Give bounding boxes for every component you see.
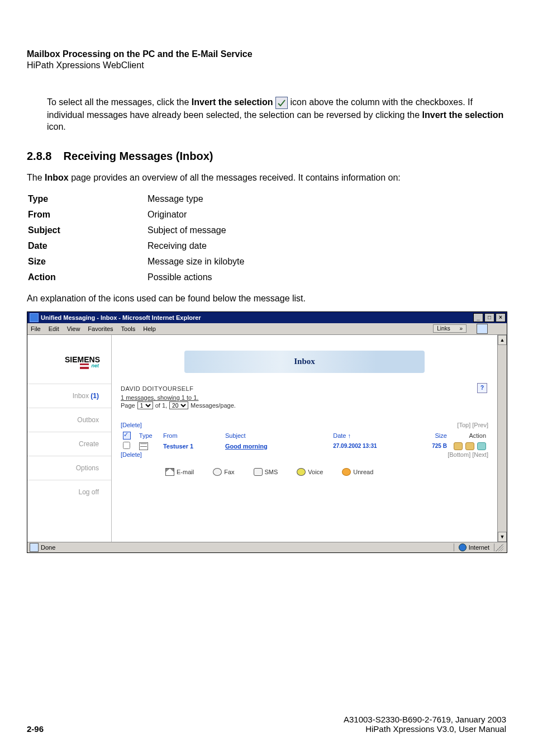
- page-label: Page: [121, 402, 135, 409]
- def-desc: Subject of message: [147, 223, 244, 238]
- menu-view[interactable]: View: [67, 325, 80, 332]
- nav-logoff[interactable]: Log off: [27, 480, 111, 504]
- next-link[interactable]: Next: [474, 451, 487, 458]
- prev-link[interactable]: Prev: [474, 422, 487, 428]
- lead-pre: The: [27, 173, 45, 182]
- intro-bold-2: Invert the selection: [422, 110, 504, 120]
- bottom-link[interactable]: Bottom: [449, 451, 469, 458]
- reply-icon[interactable]: [454, 442, 463, 450]
- help-icon[interactable]: ?: [477, 383, 487, 393]
- page-footer: 2-96 A31003-S2330-B690-2-7619, January 2…: [27, 715, 506, 734]
- inbox-banner: Inbox: [184, 351, 425, 373]
- links-toolbar[interactable]: Links »: [433, 324, 467, 333]
- top-link[interactable]: Top: [459, 422, 469, 428]
- side-nav: SIEMENS net Inbox (1) Outbox Cre: [27, 335, 112, 542]
- logo-suffix: net: [92, 363, 99, 368]
- section-lead: The Inbox page provides an overview of a…: [27, 173, 506, 183]
- row-checkbox[interactable]: [123, 442, 130, 449]
- internet-zone-icon: [459, 544, 467, 551]
- us-flag-icon: [80, 363, 89, 369]
- section-heading: 2.8.8 Receiving Messages (Inbox): [27, 150, 506, 163]
- menu-edit[interactable]: Edit: [49, 325, 59, 332]
- windows-flag-icon: [477, 324, 488, 334]
- menu-tools[interactable]: Tools: [121, 325, 136, 332]
- row-size: 725 B: [422, 441, 449, 451]
- per-page-label: Messages/page.: [191, 402, 236, 409]
- reply-all-icon[interactable]: [465, 442, 474, 450]
- minimize-button[interactable]: _: [473, 313, 483, 322]
- current-user: DAVID DOITYOURSELF: [121, 385, 488, 392]
- row-subject-link[interactable]: Good morning: [225, 443, 268, 450]
- window-title: Unified Messaging - Inbox - Microsoft In…: [41, 314, 201, 321]
- explain-paragraph: An explanation of the icons used can be …: [27, 294, 506, 304]
- status-done: Done: [41, 544, 55, 551]
- section-number: 2.8.8: [27, 150, 60, 163]
- legend-sms-icon: [254, 468, 263, 476]
- nav-create[interactable]: Create: [27, 432, 111, 456]
- row-date: 27.09.2002 13:31: [331, 441, 421, 451]
- table-actions-top: [Delete] [Top] [Prev]: [121, 422, 488, 428]
- def-term: Subject: [28, 223, 146, 238]
- ie-icon: [30, 313, 39, 322]
- delete-link-top[interactable]: Delete: [122, 422, 140, 428]
- def-desc: Receiving date: [147, 239, 244, 253]
- resize-grip-icon[interactable]: [496, 544, 503, 551]
- col-size[interactable]: Size: [422, 431, 449, 441]
- footer-page-number: 2-96: [27, 724, 44, 734]
- status-page-icon: [30, 543, 39, 552]
- status-bar: Done Internet: [27, 542, 507, 552]
- messages-table: Type From Subject Date ↑ Size Action: [121, 431, 488, 451]
- pagination-row: Page 1 of 1, 20 Messages/page.: [121, 401, 488, 409]
- page-select[interactable]: 1: [137, 401, 153, 409]
- sort-asc-icon: ↑: [348, 432, 351, 439]
- col-date[interactable]: Date ↑: [331, 431, 421, 441]
- col-from[interactable]: From: [161, 431, 223, 441]
- nav-inbox[interactable]: Inbox (1): [27, 384, 111, 408]
- def-term: Date: [28, 239, 146, 253]
- page-of: of 1,: [155, 402, 167, 409]
- legend-email-label: E-mail: [177, 469, 194, 475]
- menu-bar: File Edit View Favorites Tools Help Link…: [27, 323, 507, 335]
- scroll-down-button[interactable]: ▼: [498, 532, 507, 542]
- legend-unread-icon: [342, 468, 351, 476]
- legend-unread-label: Unread: [353, 469, 373, 475]
- forward-icon[interactable]: [477, 442, 486, 450]
- row-from: Testuser 1: [161, 441, 223, 451]
- lead-bold: Inbox: [45, 173, 69, 182]
- menu-file[interactable]: File: [31, 325, 41, 332]
- legend-email-icon: [165, 468, 174, 476]
- select-all-toggle[interactable]: [123, 432, 131, 440]
- summary-text: 1 messages, showing 1 to 1.: [121, 394, 198, 401]
- legend-voice-label: Voice: [308, 469, 323, 475]
- def-term: From: [28, 207, 146, 222]
- definitions-table: TypeMessage type FromOriginator SubjectS…: [27, 191, 245, 286]
- footer-product: HiPath Xpressions V3.0, User Manual: [344, 724, 506, 734]
- def-desc: Message size in kilobyte: [147, 254, 244, 269]
- delete-link-bottom[interactable]: Delete: [122, 451, 140, 458]
- vertical-scrollbar[interactable]: ▲ ▼: [497, 335, 507, 542]
- maximize-button[interactable]: □: [484, 313, 494, 322]
- nav-outbox[interactable]: Outbox: [27, 408, 111, 432]
- col-subject[interactable]: Subject: [223, 431, 331, 441]
- def-desc: Message type: [147, 192, 244, 206]
- col-type[interactable]: Type: [137, 431, 161, 441]
- per-page-select[interactable]: 20: [169, 401, 188, 409]
- menu-help[interactable]: Help: [143, 325, 156, 332]
- legend-fax-icon: [213, 468, 222, 476]
- menu-favorites[interactable]: Favorites: [88, 325, 113, 332]
- intro-paragraph: To select all the messages, click the In…: [27, 96, 506, 133]
- close-button[interactable]: ×: [496, 313, 506, 322]
- col-action: Action: [449, 431, 488, 441]
- intro-pre: To select all the messages, click the: [47, 97, 192, 107]
- nav-inbox-label: Inbox: [73, 392, 89, 400]
- scroll-up-button[interactable]: ▲: [498, 335, 507, 345]
- screenshot-window: Unified Messaging - Inbox - Microsoft In…: [27, 311, 507, 553]
- def-desc: Possible actions: [147, 270, 244, 285]
- window-titlebar: Unified Messaging - Inbox - Microsoft In…: [27, 312, 507, 323]
- intro-post: icon.: [47, 122, 66, 131]
- siemens-logo: SIEMENS net: [27, 355, 111, 369]
- section-title: Receiving Messages (Inbox): [64, 150, 213, 162]
- status-zone: Internet: [469, 544, 489, 551]
- nav-options[interactable]: Options: [27, 456, 111, 480]
- table-actions-bottom: [Delete] [Bottom] [Next]: [121, 451, 488, 458]
